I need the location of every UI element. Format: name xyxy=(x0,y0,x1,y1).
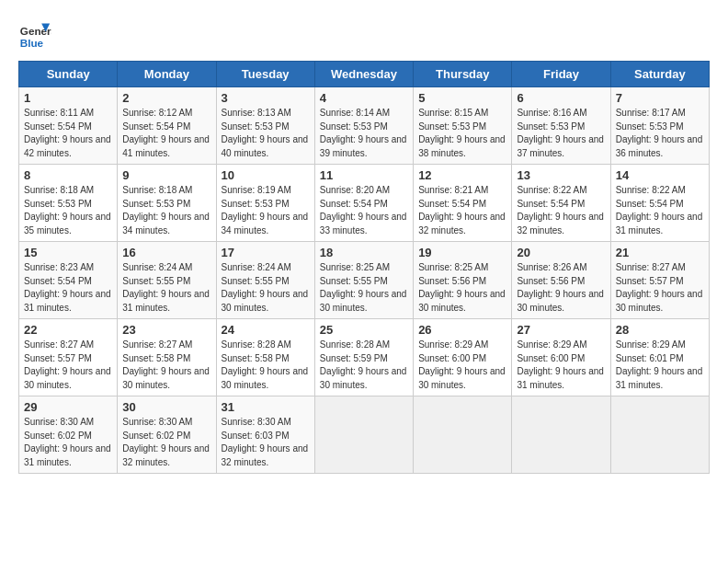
day-info: Sunrise: 8:26 AMSunset: 5:56 PMDaylight:… xyxy=(517,262,604,313)
weekday-header: Monday xyxy=(118,62,216,87)
day-info: Sunrise: 8:28 AMSunset: 5:58 PMDaylight:… xyxy=(222,339,309,390)
day-number: 26 xyxy=(418,323,506,337)
day-info: Sunrise: 8:11 AMSunset: 5:54 PMDaylight:… xyxy=(24,108,111,158)
day-info: Sunrise: 8:21 AMSunset: 5:54 PMDaylight:… xyxy=(418,185,506,236)
calendar-cell: 17Sunrise: 8:24 AMSunset: 5:55 PMDayligh… xyxy=(216,242,314,319)
calendar-cell: 1Sunrise: 8:11 AMSunset: 5:54 PMDaylight… xyxy=(19,87,118,165)
day-number: 11 xyxy=(320,168,408,182)
day-number: 20 xyxy=(517,246,605,259)
day-number: 31 xyxy=(222,400,310,414)
weekday-header: Saturday xyxy=(610,62,709,87)
calendar-cell: 5Sunrise: 8:15 AMSunset: 5:53 PMDaylight… xyxy=(414,87,512,165)
day-info: Sunrise: 8:17 AMSunset: 5:53 PMDaylight:… xyxy=(616,108,703,158)
day-number: 5 xyxy=(418,91,506,105)
calendar-cell xyxy=(414,396,512,474)
day-number: 12 xyxy=(418,168,506,182)
day-info: Sunrise: 8:30 AMSunset: 6:03 PMDaylight:… xyxy=(222,417,309,467)
day-info: Sunrise: 8:24 AMSunset: 5:55 PMDaylight:… xyxy=(222,262,309,313)
day-number: 21 xyxy=(616,246,704,259)
calendar-table: SundayMondayTuesdayWednesdayThursdayFrid… xyxy=(18,61,710,474)
logo-icon: General Blue xyxy=(18,18,51,52)
day-number: 14 xyxy=(616,168,704,182)
calendar-cell: 23Sunrise: 8:27 AMSunset: 5:58 PMDayligh… xyxy=(118,319,216,396)
weekday-header: Thursday xyxy=(414,62,512,87)
calendar-cell: 7Sunrise: 8:17 AMSunset: 5:53 PMDaylight… xyxy=(610,87,709,165)
calendar-cell: 14Sunrise: 8:22 AMSunset: 5:54 PMDayligh… xyxy=(610,165,709,242)
calendar-cell: 21Sunrise: 8:27 AMSunset: 5:57 PMDayligh… xyxy=(610,242,709,319)
weekday-header: Sunday xyxy=(19,62,118,87)
calendar-week-row: 29Sunrise: 8:30 AMSunset: 6:02 PMDayligh… xyxy=(19,396,710,474)
day-number: 3 xyxy=(222,91,310,105)
day-info: Sunrise: 8:27 AMSunset: 5:57 PMDaylight:… xyxy=(24,339,111,390)
day-number: 15 xyxy=(24,246,112,259)
day-info: Sunrise: 8:18 AMSunset: 5:53 PMDaylight:… xyxy=(122,185,210,236)
day-info: Sunrise: 8:20 AMSunset: 5:54 PMDaylight:… xyxy=(320,185,407,236)
day-number: 13 xyxy=(517,168,605,182)
day-number: 30 xyxy=(122,400,210,414)
calendar-cell: 19Sunrise: 8:25 AMSunset: 5:56 PMDayligh… xyxy=(414,242,512,319)
calendar-cell: 2Sunrise: 8:12 AMSunset: 5:54 PMDaylight… xyxy=(118,87,216,165)
calendar-cell: 4Sunrise: 8:14 AMSunset: 5:53 PMDaylight… xyxy=(314,87,413,165)
weekday-header: Friday xyxy=(512,62,610,87)
day-number: 18 xyxy=(320,246,408,259)
calendar-cell: 8Sunrise: 8:18 AMSunset: 5:53 PMDaylight… xyxy=(19,165,118,242)
day-number: 7 xyxy=(616,91,704,105)
day-number: 29 xyxy=(24,400,112,414)
calendar-cell xyxy=(512,396,610,474)
calendar-week-row: 8Sunrise: 8:18 AMSunset: 5:53 PMDaylight… xyxy=(19,165,710,242)
day-info: Sunrise: 8:23 AMSunset: 5:54 PMDaylight:… xyxy=(24,262,111,313)
calendar-week-row: 22Sunrise: 8:27 AMSunset: 5:57 PMDayligh… xyxy=(19,319,710,396)
day-number: 6 xyxy=(517,91,605,105)
day-number: 27 xyxy=(517,323,605,337)
day-info: Sunrise: 8:25 AMSunset: 5:56 PMDaylight:… xyxy=(418,262,506,313)
calendar-week-row: 15Sunrise: 8:23 AMSunset: 5:54 PMDayligh… xyxy=(19,242,710,319)
calendar-cell: 26Sunrise: 8:29 AMSunset: 6:00 PMDayligh… xyxy=(414,319,512,396)
day-number: 22 xyxy=(24,323,112,337)
day-info: Sunrise: 8:22 AMSunset: 5:54 PMDaylight:… xyxy=(616,185,703,236)
calendar-cell: 16Sunrise: 8:24 AMSunset: 5:55 PMDayligh… xyxy=(118,242,216,319)
calendar-cell: 12Sunrise: 8:21 AMSunset: 5:54 PMDayligh… xyxy=(414,165,512,242)
day-info: Sunrise: 8:27 AMSunset: 5:57 PMDaylight:… xyxy=(616,262,703,313)
calendar-cell: 30Sunrise: 8:30 AMSunset: 6:02 PMDayligh… xyxy=(118,396,216,474)
day-info: Sunrise: 8:29 AMSunset: 6:00 PMDaylight:… xyxy=(517,339,604,390)
day-info: Sunrise: 8:30 AMSunset: 6:02 PMDaylight:… xyxy=(122,417,210,467)
weekday-header: Wednesday xyxy=(314,62,413,87)
day-info: Sunrise: 8:12 AMSunset: 5:54 PMDaylight:… xyxy=(122,108,210,158)
day-info: Sunrise: 8:28 AMSunset: 5:59 PMDaylight:… xyxy=(320,339,407,390)
day-number: 19 xyxy=(418,246,506,259)
day-info: Sunrise: 8:29 AMSunset: 6:01 PMDaylight:… xyxy=(616,339,703,390)
day-info: Sunrise: 8:25 AMSunset: 5:55 PMDaylight:… xyxy=(320,262,407,313)
day-info: Sunrise: 8:13 AMSunset: 5:53 PMDaylight:… xyxy=(222,108,309,158)
calendar-cell: 11Sunrise: 8:20 AMSunset: 5:54 PMDayligh… xyxy=(314,165,413,242)
svg-text:Blue: Blue xyxy=(20,37,44,49)
day-info: Sunrise: 8:15 AMSunset: 5:53 PMDaylight:… xyxy=(418,108,506,158)
page-header: General Blue xyxy=(18,18,710,52)
calendar-cell: 31Sunrise: 8:30 AMSunset: 6:03 PMDayligh… xyxy=(216,396,314,474)
weekday-header: Tuesday xyxy=(216,62,314,87)
day-info: Sunrise: 8:18 AMSunset: 5:53 PMDaylight:… xyxy=(24,185,111,236)
logo: General Blue xyxy=(18,18,51,52)
calendar-cell xyxy=(610,396,709,474)
weekday-header-row: SundayMondayTuesdayWednesdayThursdayFrid… xyxy=(19,62,710,87)
calendar-cell: 28Sunrise: 8:29 AMSunset: 6:01 PMDayligh… xyxy=(610,319,709,396)
day-number: 2 xyxy=(122,91,210,105)
calendar-cell: 22Sunrise: 8:27 AMSunset: 5:57 PMDayligh… xyxy=(19,319,118,396)
calendar-cell: 10Sunrise: 8:19 AMSunset: 5:53 PMDayligh… xyxy=(216,165,314,242)
calendar-cell xyxy=(314,396,413,474)
day-number: 28 xyxy=(616,323,704,337)
day-number: 4 xyxy=(320,91,408,105)
day-info: Sunrise: 8:27 AMSunset: 5:58 PMDaylight:… xyxy=(122,339,210,390)
calendar-cell: 27Sunrise: 8:29 AMSunset: 6:00 PMDayligh… xyxy=(512,319,610,396)
calendar-cell: 20Sunrise: 8:26 AMSunset: 5:56 PMDayligh… xyxy=(512,242,610,319)
calendar-cell: 3Sunrise: 8:13 AMSunset: 5:53 PMDaylight… xyxy=(216,87,314,165)
day-info: Sunrise: 8:16 AMSunset: 5:53 PMDaylight:… xyxy=(517,108,604,158)
calendar-cell: 18Sunrise: 8:25 AMSunset: 5:55 PMDayligh… xyxy=(314,242,413,319)
calendar-cell: 15Sunrise: 8:23 AMSunset: 5:54 PMDayligh… xyxy=(19,242,118,319)
calendar-cell: 6Sunrise: 8:16 AMSunset: 5:53 PMDaylight… xyxy=(512,87,610,165)
day-number: 24 xyxy=(222,323,310,337)
day-number: 8 xyxy=(24,168,112,182)
day-number: 16 xyxy=(122,246,210,259)
calendar-cell: 13Sunrise: 8:22 AMSunset: 5:54 PMDayligh… xyxy=(512,165,610,242)
day-info: Sunrise: 8:30 AMSunset: 6:02 PMDaylight:… xyxy=(24,417,111,467)
calendar-cell: 25Sunrise: 8:28 AMSunset: 5:59 PMDayligh… xyxy=(314,319,413,396)
